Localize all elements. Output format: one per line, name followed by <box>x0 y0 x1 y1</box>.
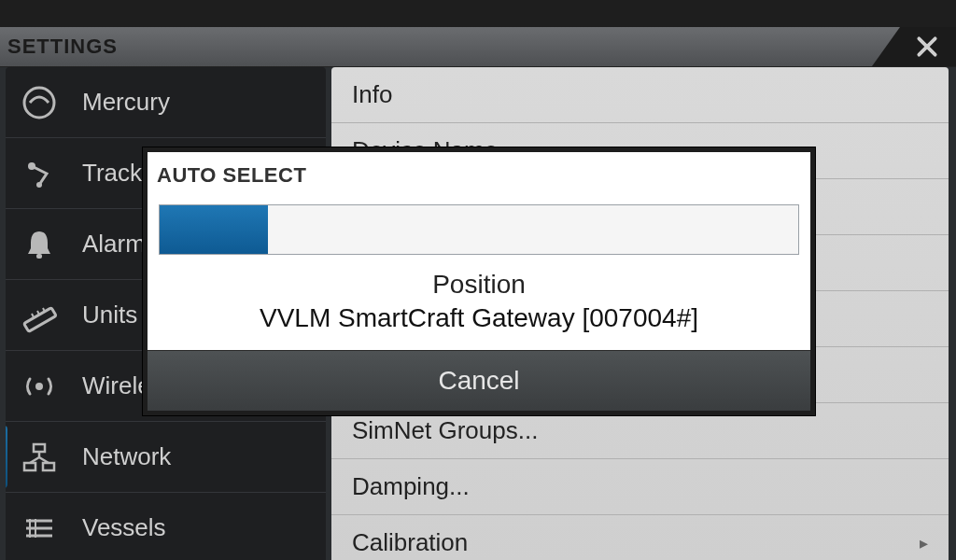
content-item[interactable]: Damping... <box>331 459 949 515</box>
content-item[interactable]: Calibration▸ <box>331 515 949 560</box>
content-item-label: SimNet Groups... <box>352 416 538 445</box>
svg-rect-11 <box>34 444 45 452</box>
vessel-icon <box>19 508 60 549</box>
sidebar-item-label: Vessels <box>82 513 166 542</box>
content-item-label: Damping... <box>352 472 470 501</box>
page-title: SETTINGS <box>7 35 118 59</box>
sidebar-item-label: Network <box>82 442 171 471</box>
content-item[interactable]: Info <box>331 67 949 123</box>
chevron-right-icon: ▸ <box>920 533 928 553</box>
sidebar-item-network[interactable]: Network <box>6 422 326 493</box>
progress-fill <box>160 205 268 254</box>
close-button[interactable] <box>872 27 956 66</box>
content-item-label: Calibration <box>352 528 468 557</box>
auto-select-dialog: AUTO SELECT Position VVLM SmartCraft Gat… <box>143 147 815 415</box>
svg-rect-12 <box>24 463 35 470</box>
network-icon <box>19 437 60 478</box>
ruler-icon <box>19 295 60 336</box>
sidebar-item-label: Units <box>82 301 137 329</box>
svg-rect-5 <box>36 254 42 259</box>
sidebar-item-vessels[interactable]: Vessels <box>6 493 326 560</box>
cancel-button[interactable]: Cancel <box>148 350 810 411</box>
svg-point-10 <box>35 383 43 390</box>
svg-point-2 <box>24 88 54 118</box>
svg-point-4 <box>36 182 42 188</box>
sidebar-item-label: Mercury <box>82 88 170 117</box>
svg-line-8 <box>37 311 39 315</box>
bell-icon <box>19 224 60 265</box>
svg-line-7 <box>32 314 34 317</box>
topbar <box>0 0 956 27</box>
content-item-label: Info <box>352 80 392 109</box>
svg-rect-6 <box>24 307 56 331</box>
settings-header: SETTINGS <box>0 27 956 67</box>
progress-bar <box>159 204 799 255</box>
waypoint-icon <box>19 153 60 194</box>
svg-rect-13 <box>43 463 54 470</box>
dialog-title: AUTO SELECT <box>148 152 810 195</box>
progress-status: Position <box>148 264 810 300</box>
mercury-icon <box>19 82 60 123</box>
sidebar-item-mercury[interactable]: Mercury <box>6 67 326 138</box>
wireless-icon <box>19 366 60 407</box>
close-icon <box>915 35 939 59</box>
progress-device: VVLM SmartCraft Gateway [007004#] <box>148 300 810 350</box>
